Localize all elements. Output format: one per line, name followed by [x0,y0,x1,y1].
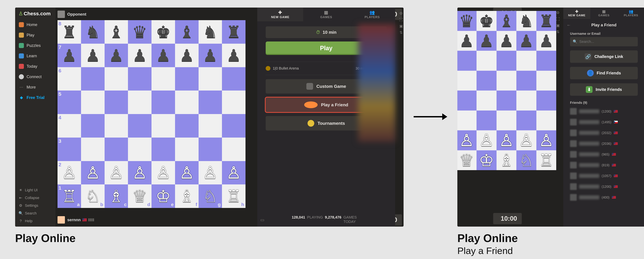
square[interactable]: g♘ [198,184,222,208]
square[interactable] [516,71,536,91]
square[interactable]: ♟ [496,31,516,51]
piece[interactable]: ♟ [108,47,124,64]
piece[interactable]: ♜ [226,23,241,40]
square[interactable] [152,67,175,91]
square[interactable]: ♘ [516,150,536,170]
square[interactable] [128,138,152,161]
square[interactable]: f♗ [175,184,198,208]
square[interactable]: ♚ [152,20,175,44]
piece[interactable]: ♞ [519,12,534,29]
piece[interactable]: ♙ [539,132,554,149]
user-avatar[interactable] [58,216,65,224]
piece[interactable]: ♙ [459,132,474,149]
piece[interactable]: ♙ [479,132,494,149]
piece[interactable]: ♟ [539,32,554,49]
square[interactable]: ♟ [152,44,175,67]
square[interactable] [457,111,476,131]
square[interactable]: ♙ [457,130,476,150]
square[interactable] [128,90,152,114]
square[interactable]: ♙ [175,161,198,185]
square[interactable]: 6 [58,67,81,91]
focus-icon[interactable]: ▣ [556,23,560,28]
nav-more[interactable]: ⋯More [15,82,56,92]
square[interactable]: ♟ [128,44,152,67]
piece[interactable]: ♗ [499,152,514,169]
nav-free-trial[interactable]: ◆Free Trial [15,92,56,103]
square[interactable] [457,51,476,71]
square[interactable]: ♙ [128,161,152,185]
square[interactable] [496,90,516,111]
square[interactable] [516,111,536,131]
square[interactable] [128,114,152,138]
flip-icon[interactable]: ⇅ [556,30,560,34]
sb-settings[interactable]: ⚙Settings [15,202,56,210]
search-input[interactable] [579,39,635,44]
square[interactable] [536,51,556,71]
square[interactable]: ♟ [457,31,476,51]
square[interactable] [516,90,536,111]
square[interactable]: ♙ [222,161,246,185]
square[interactable] [536,71,556,91]
piece[interactable]: ♛ [459,12,474,29]
square[interactable]: ♞ [198,20,222,44]
square[interactable]: ♙ [152,161,175,185]
square[interactable] [152,114,175,138]
square[interactable] [104,114,128,138]
piece[interactable]: ♞ [85,23,100,40]
square[interactable] [128,67,152,91]
square[interactable]: ♕ [457,150,476,170]
tab-games[interactable]: ▦GAMES [303,7,349,21]
square[interactable]: ♟ [516,31,536,51]
square[interactable]: ♚ [476,11,496,31]
settings-icon[interactable]: ⚙ [556,10,560,15]
piece[interactable]: ♖ [226,188,241,205]
piece[interactable]: ♕ [132,188,147,205]
square[interactable]: ♜ [536,11,556,31]
sb-search[interactable]: 🔍Search [15,210,56,217]
square[interactable]: ♛ [457,11,476,31]
piece[interactable]: ♙ [202,164,218,181]
square[interactable]: 5 [58,90,81,114]
square[interactable] [476,51,496,71]
challenge-link-button[interactable]: 🔗Challenge Link [570,50,638,63]
square[interactable]: ♟ [476,31,496,51]
invite-friends-button[interactable]: ⬇Invite Friends [570,83,638,96]
piece[interactable]: ♙ [108,164,124,181]
tab-new-game[interactable]: ✚NEW GAME [563,7,590,19]
friend-row[interactable]: (1200) [563,181,644,192]
focus-icon[interactable]: ▣ [399,24,403,28]
piece[interactable]: ♝ [499,12,514,29]
piece[interactable]: ♟ [202,47,218,64]
square[interactable]: ♝ [104,20,128,44]
square[interactable] [222,138,246,161]
square[interactable] [198,90,222,114]
square[interactable]: ♟ [198,44,222,67]
book-icon[interactable]: ▭ [260,217,264,223]
opponent-avatar[interactable] [58,10,65,18]
piece[interactable]: ♘ [85,188,100,205]
piece[interactable]: ♔ [156,188,171,205]
piece[interactable]: ♛ [132,23,147,40]
piece[interactable]: ♝ [179,23,194,40]
square[interactable] [476,90,496,111]
friend-row[interactable]: (400) [563,192,644,203]
square[interactable] [198,138,222,161]
square[interactable]: b♘ [81,184,104,208]
logo[interactable]: ♙ Chess.com [15,7,56,19]
chess-board[interactable]: 8♜♞♝♛♚♝♞♜7♟♟♟♟♟♟♟♟65432♙♙♙♙♙♙♙♙1a♖b♘c♗d♕… [58,20,246,208]
piece[interactable]: ♟ [132,47,147,64]
square[interactable]: 2♙ [58,161,81,185]
square[interactable]: ♙ [476,130,496,150]
tab-players[interactable]: 👥PLAYERS [618,7,644,19]
square[interactable] [175,138,198,161]
tab-new-game[interactable]: ✚NEW GAME [257,7,303,21]
search-box[interactable]: 🔍 [570,37,638,46]
square[interactable] [476,111,496,131]
square[interactable]: e♔ [152,184,175,208]
friend-row[interactable]: (819) [563,160,644,171]
square[interactable]: 3 [58,138,81,161]
square[interactable]: 4 [58,114,81,138]
piece[interactable]: ♟ [179,47,194,64]
square[interactable] [81,67,104,91]
square[interactable] [476,71,496,91]
